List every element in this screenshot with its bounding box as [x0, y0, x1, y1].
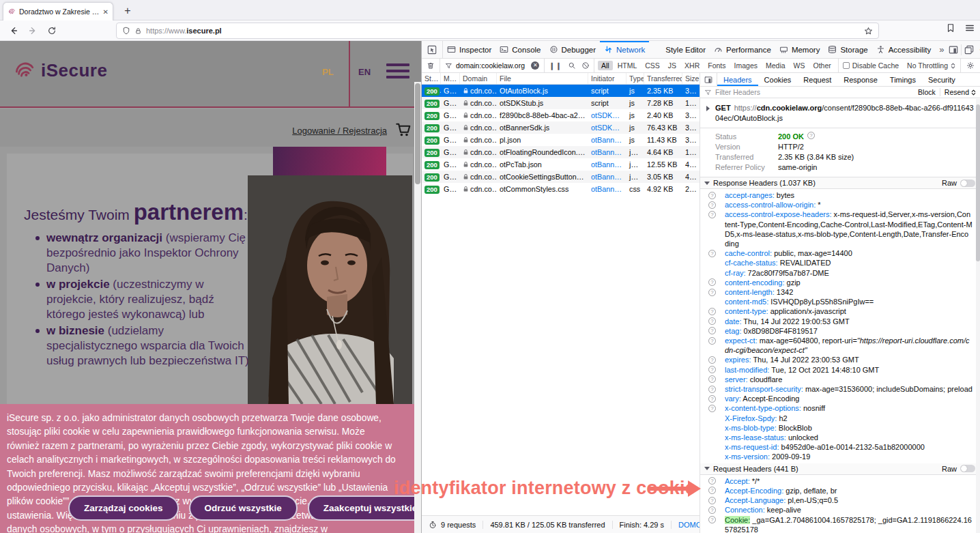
help-icon[interactable]: ?: [708, 506, 716, 514]
network-request-row[interactable]: 200GETcdn.co…pl.jsonotBanner…js11.43 KB3…: [422, 134, 700, 146]
type-filter-html[interactable]: HTML: [614, 61, 641, 70]
header-name[interactable]: x-content-type-options:: [725, 404, 801, 412]
type-filter-ws[interactable]: WS: [790, 61, 809, 70]
collapse-caret-icon[interactable]: [704, 467, 710, 470]
help-icon[interactable]: ?: [708, 375, 716, 383]
back-button[interactable]: [5, 23, 22, 38]
initiator-cell[interactable]: otSDKSt…: [588, 124, 626, 132]
resend-dropdown[interactable]: Resend: [945, 88, 977, 96]
more-tabs-button[interactable]: »: [935, 41, 948, 58]
shield-icon[interactable]: [122, 27, 130, 35]
header-name[interactable]: expect-ct:: [725, 336, 758, 345]
column-header-initiator[interactable]: Initiator: [588, 73, 626, 84]
table-header-row[interactable]: St…M…DomainFileInitiatorTypeTransferredS…: [422, 73, 700, 85]
raw-toggle[interactable]: [960, 179, 975, 187]
initiator-cell[interactable]: otBanner…: [588, 148, 626, 156]
devtool-tab-network[interactable]: Network: [600, 41, 649, 58]
disable-cache-checkbox[interactable]: Disable Cache: [838, 59, 903, 72]
separate-window-icon[interactable]: [964, 45, 974, 55]
header-name[interactable]: content-encoding:: [725, 278, 784, 287]
column-header-transferred[interactable]: Transferred: [644, 73, 682, 84]
help-icon[interactable]: ?: [708, 250, 716, 257]
network-request-row[interactable]: 200GETcdn.co…otFloatingRoundedIcon.jsono…: [422, 146, 700, 158]
lang-pl-button[interactable]: PL: [322, 67, 334, 77]
devtool-tab-performance[interactable]: Performance: [710, 41, 775, 58]
help-icon[interactable]: ?: [708, 337, 716, 345]
expand-triangle-icon[interactable]: [706, 106, 710, 111]
column-header-size[interactable]: Size: [682, 73, 700, 84]
cookie-button-2[interactable]: Odrzuć wszystkie: [189, 495, 298, 521]
header-name[interactable]: Accept:: [725, 477, 750, 485]
help-icon[interactable]: ?: [708, 395, 716, 403]
network-request-row[interactable]: 200GETcdn.co…otPcTab.jsonotBanner…json12…: [422, 158, 700, 171]
lang-en-button[interactable]: EN: [358, 67, 371, 77]
request-headers-section[interactable]: Request Headers (441 B) Raw: [700, 463, 980, 475]
request-url-line[interactable]: GEThttps://cdn.cookielaw.org/consent/f28…: [700, 99, 980, 128]
pick-element-button[interactable]: [422, 41, 443, 58]
filter-urls-input[interactable]: domain:cookielaw.org ✕: [440, 61, 544, 70]
type-filter-images[interactable]: Images: [731, 61, 761, 70]
column-header-type[interactable]: Type: [626, 73, 644, 84]
responsive-mode-icon[interactable]: [949, 45, 958, 55]
header-name[interactable]: content-type:: [725, 307, 768, 315]
app-menu-icon[interactable]: [965, 23, 975, 33]
network-request-row[interactable]: 200GETcdn.co…otSDKStub.jsscriptjs7.28 KB…: [422, 97, 700, 109]
type-filter-fonts[interactable]: Fonts: [704, 61, 729, 70]
header-name[interactable]: expires:: [725, 356, 751, 364]
type-filter-css[interactable]: CSS: [642, 61, 663, 70]
details-tab-security[interactable]: Security: [922, 73, 962, 86]
column-header-file[interactable]: File: [497, 73, 588, 84]
devtool-tab-memory[interactable]: Memory: [775, 41, 824, 58]
checkbox-icon[interactable]: [843, 62, 850, 69]
details-tab-cookies[interactable]: Cookies: [758, 73, 798, 86]
header-name[interactable]: strict-transport-security:: [725, 385, 803, 393]
clear-requests-button[interactable]: [422, 59, 440, 72]
header-name[interactable]: date:: [725, 317, 741, 326]
column-header-domain[interactable]: Domain: [460, 73, 497, 84]
network-request-row[interactable]: 200GETcdn.co…otCookieSettingsButton.json…: [422, 171, 700, 183]
header-name[interactable]: x-ms-blob-type:: [725, 424, 777, 432]
header-name[interactable]: content-md5:: [725, 298, 768, 306]
header-name[interactable]: content-length:: [725, 288, 775, 296]
page-scrollbar-thumb[interactable]: [415, 83, 420, 184]
header-name[interactable]: access-control-expose-headers:: [725, 210, 832, 218]
header-name[interactable]: cf-ray:: [725, 269, 746, 277]
initiator-cell[interactable]: otSDKSt…: [588, 111, 626, 119]
header-name[interactable]: Accept-Encoding:: [725, 487, 783, 495]
bookmarks-icon[interactable]: [946, 23, 955, 33]
type-filter-media[interactable]: Media: [762, 61, 789, 70]
cart-icon[interactable]: [395, 121, 412, 138]
header-name[interactable]: cf-cache-status:: [725, 259, 778, 267]
help-icon[interactable]: ?: [708, 278, 716, 286]
header-name[interactable]: X-Firefox-Spdy:: [725, 414, 777, 422]
header-name[interactable]: vary:: [725, 394, 741, 403]
devtool-tab-style-editor[interactable]: Style Editor: [649, 41, 710, 58]
header-name[interactable]: Accept-Language:: [725, 496, 786, 504]
help-icon[interactable]: ?: [708, 308, 716, 315]
details-tab-headers[interactable]: Headers: [717, 73, 758, 86]
header-name[interactable]: server:: [725, 375, 748, 384]
help-icon[interactable]: ?: [708, 405, 716, 412]
help-icon[interactable]: ?: [708, 487, 716, 494]
initiator-cell[interactable]: otBanner…: [588, 173, 626, 181]
network-request-row[interactable]: 200GETcdn.co…OtAutoBlock.jsscriptjs2.35 …: [422, 85, 700, 97]
type-filter-js[interactable]: JS: [665, 61, 680, 70]
response-headers-section[interactable]: Response Headers (1.037 KB) Raw: [700, 177, 980, 189]
details-tab-request[interactable]: Request: [797, 73, 837, 86]
bookmark-star-icon[interactable]: [864, 27, 873, 35]
initiator-cell[interactable]: otBanner…: [588, 160, 626, 169]
header-name[interactable]: etag:: [725, 327, 741, 335]
header-name[interactable]: last-modified:: [725, 366, 769, 374]
network-request-row[interactable]: 200GETcdn.co…f2890bc8-88eb-4bac-a266-df9…: [422, 109, 700, 121]
devtool-tab-debugger[interactable]: Debugger: [545, 41, 601, 58]
header-name[interactable]: cache-control:: [725, 249, 772, 257]
column-header-st[interactable]: St…: [422, 73, 441, 84]
help-icon[interactable]: ?: [708, 516, 716, 523]
type-filter-all[interactable]: All: [598, 61, 613, 70]
help-icon[interactable]: ?: [708, 366, 716, 373]
help-icon[interactable]: ?: [708, 192, 716, 199]
cookie-button-3[interactable]: Zaakceptuj wszystkie: [308, 495, 421, 521]
filter-headers-input[interactable]: Filter Headers: [715, 88, 760, 96]
network-settings-button[interactable]: [960, 59, 980, 72]
network-request-row[interactable]: 200GETcdn.co…otBannerSdk.jsotSDKSt…js76.…: [422, 121, 700, 134]
